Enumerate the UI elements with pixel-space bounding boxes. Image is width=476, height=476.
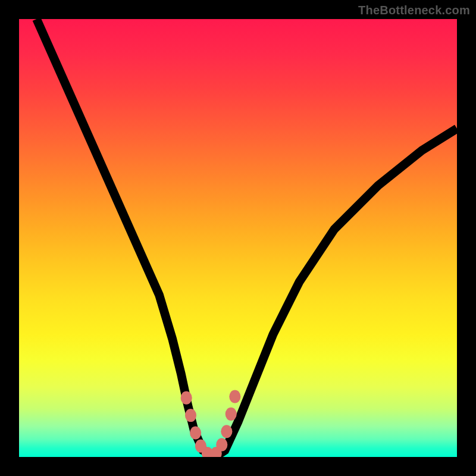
curve-svg <box>19 19 457 457</box>
marker-point <box>226 408 237 421</box>
bottleneck-curve <box>36 19 457 455</box>
marker-point <box>221 425 232 438</box>
marker-point <box>229 390 240 403</box>
watermark-text: TheBottleneck.com <box>358 4 470 17</box>
plot-area <box>19 19 457 457</box>
chart-frame: TheBottleneck.com <box>0 0 476 476</box>
marker-point <box>185 409 196 422</box>
marker-point <box>216 438 227 451</box>
marker-point <box>190 426 201 439</box>
marker-point <box>181 392 192 405</box>
